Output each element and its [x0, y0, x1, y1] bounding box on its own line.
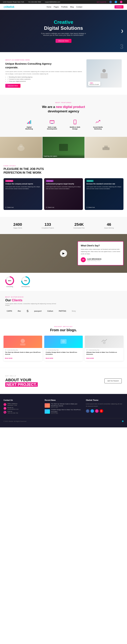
- blog-readmore-3[interactable]: READ MORE: [86, 358, 94, 359]
- blog-cards: 07 / Understanding Tips The Start-Up Ult…: [4, 336, 123, 361]
- gallery-caption-2: Inspiring new space.: [44, 155, 84, 157]
- footer-theme-desc: Lorem ipsum dolor sit amet consectetur a…: [86, 403, 123, 408]
- svg-rect-1: [100, 73, 108, 78]
- logo[interactable]: ◇Obelisk: [4, 6, 15, 8]
- case-card-2-content: Marketing Achievement progress target Sm…: [44, 178, 83, 210]
- footer-copyright: © 2021 Obelisk. All Rights Reserved.: [4, 420, 27, 422]
- blog-title-1: The Start-Up Ultimate Guide to Make your…: [5, 351, 41, 355]
- hero-line1: Creative: [41, 19, 86, 25]
- news-text-2: Creative Design Work to Make Your WordPr…: [51, 409, 82, 414]
- case-study-label: CASE STUDY: [4, 165, 123, 166]
- hero-next-arrow[interactable]: ❯: [121, 29, 123, 33]
- blog-date-1: 07 / Understanding Tips: [5, 350, 41, 350]
- case-card-1-content: Consulting Analyse the company annual re…: [4, 178, 42, 210]
- blog-body-3: 07 / Understanding Tips Ultimate New Gui…: [85, 348, 123, 361]
- case-cards: Consulting Analyse the company annual re…: [4, 178, 123, 210]
- person-illustration: [97, 68, 111, 79]
- footer-fb-icon[interactable]: f: [86, 409, 89, 413]
- social-media-icon: [95, 119, 101, 125]
- phone-text: +01 234-456-7890: [28, 1, 41, 3]
- features-label: BEST FEATURES: [5, 102, 122, 103]
- nav-portfolio[interactable]: Portfolio: [61, 6, 68, 8]
- svg-rect-14: [104, 146, 108, 148]
- location-icon: 📍: [4, 403, 6, 406]
- footer-in-icon[interactable]: in: [95, 409, 99, 413]
- blog-body-1: 07 / Understanding Tips The Start-Up Ult…: [4, 348, 42, 361]
- blog-illustration-2: [59, 338, 68, 346]
- nav-home[interactable]: Home: [47, 6, 51, 8]
- feature-label-1: DigitalMarketing: [20, 126, 38, 130]
- about-list: ✓ Branding the latest marketing Agency ✓…: [8, 76, 83, 82]
- gallery-img-1: [16, 142, 26, 153]
- stats-section: 2400 Happy Clients 133 Completed Project…: [0, 217, 127, 234]
- stat-downloads: 254K Downloaded Files: [74, 222, 85, 229]
- stat-num-3: 254K: [74, 222, 85, 227]
- case-btn-1[interactable]: ☑ Check it out: [5, 207, 41, 208]
- footer-yt-icon[interactable]: ▶: [100, 409, 103, 413]
- hero-line2: Digital Solutions: [41, 25, 86, 31]
- nav-contact[interactable]: Contact: [76, 6, 82, 8]
- case-desc-2: Lorem ipsum dolor sit amet, consectetur …: [46, 186, 81, 205]
- stat-desc-1: Happy Clients: [13, 227, 22, 229]
- client-logo-4: passport: [33, 310, 43, 313]
- blog-readmore-2[interactable]: READ MORE: [46, 358, 53, 359]
- topbar-cta[interactable]: GET A QUOTE: [97, 1, 106, 3]
- skill-development: 75% Development: [21, 276, 30, 288]
- footer-tw-icon[interactable]: t: [90, 409, 94, 413]
- footer-contact-list: 📍 Office Address Mahattan, USA ✉ Email U…: [4, 403, 41, 414]
- hero-cta-button[interactable]: Discover More: [56, 39, 71, 43]
- case-btn-3[interactable]: ☑ Check it out: [86, 207, 122, 208]
- feature-mobile-design: Mobile & WebDesign: [66, 119, 84, 130]
- instagram-icon[interactable]: in: [120, 1, 122, 3]
- call-label: Call Us +00 123 456 789: [8, 411, 18, 414]
- case-tag-1: Consulting: [5, 180, 13, 182]
- svg-rect-16: [20, 344, 25, 346]
- svg-rect-5: [30, 120, 31, 124]
- cta-button[interactable]: GET IN TOUCH: [104, 378, 122, 383]
- about-text: ABOUT US SOMETHING HERE Unique Business …: [5, 59, 83, 88]
- footer-email: ✉ Email Us obelisk@test.com: [4, 407, 41, 410]
- stat-desc-3: Downloaded Files: [74, 227, 85, 229]
- furniture-item: [59, 144, 68, 151]
- features-section: BEST FEATURES We are a new digital produ…: [0, 95, 127, 137]
- address-text: 1234 Heaven Road, New York: [3, 1, 24, 3]
- footer-theme-social: f t in ▶: [86, 409, 123, 413]
- blog-card-2: 07 / Understanding Tips Creative Design …: [44, 336, 83, 361]
- check-icon-3: ☑: [86, 207, 87, 208]
- footer-contact-heading: Contact Us: [4, 399, 41, 401]
- client-logo-3: S: [25, 309, 30, 314]
- gallery-item-3: [85, 137, 127, 158]
- play-button[interactable]: ▶: [60, 250, 67, 257]
- footer-news-list: The Start-Up Ultimate Guide to Make your…: [45, 403, 82, 414]
- footer-bottom: © 2021 Obelisk. All Rights Reserved.: [4, 418, 123, 422]
- stat-desc-4: Award Winning: [104, 227, 114, 229]
- nav-button[interactable]: Contact: [114, 5, 123, 8]
- gallery-img-3: [101, 144, 111, 151]
- blog-readmore-1[interactable]: READ MORE: [5, 358, 13, 359]
- facebook-icon[interactable]: f: [109, 1, 112, 3]
- list-item-1: ✓ Branding the latest marketing Agency: [8, 76, 83, 78]
- case-btn-2[interactable]: ☑ Check it out: [46, 207, 81, 208]
- stat-num-2: 133: [42, 222, 54, 227]
- news-img-2: [45, 409, 50, 414]
- svg-point-19: [103, 341, 106, 344]
- about-cta-button[interactable]: Discover More: [5, 84, 21, 88]
- svg-point-15: [21, 339, 25, 343]
- features-heading: We are a new digital productdevelopment …: [34, 105, 93, 114]
- gallery-item-1: [0, 137, 42, 158]
- skill-consulting: 80% Consulting: [5, 276, 14, 288]
- svg-point-10: [75, 123, 75, 124]
- client-logo-6: PAPITAS: [57, 310, 68, 313]
- reviewer-avatar: AB: [81, 257, 86, 262]
- svg-rect-7: [51, 124, 53, 124]
- clients-section: BEST EXPERIENCE Our Clients Lorem ipsum …: [0, 291, 127, 319]
- case-study-heading: PLEASURE IN THE JOB PUTS PERFECTION IN T…: [4, 167, 123, 175]
- nav-pages[interactable]: Pages: [54, 6, 59, 8]
- feature-label-2: Web & AppDevelopment: [43, 126, 61, 130]
- hero-content: Creative Digital Solutions If you need t…: [41, 19, 86, 42]
- consulting-percent: 80%: [6, 277, 13, 284]
- blog-date-2: 07 / Understanding Tips: [46, 350, 81, 350]
- nav-blog[interactable]: Blog: [70, 6, 74, 8]
- twitter-icon[interactable]: t: [115, 1, 117, 3]
- blog-heading: From our blogs.: [4, 328, 123, 332]
